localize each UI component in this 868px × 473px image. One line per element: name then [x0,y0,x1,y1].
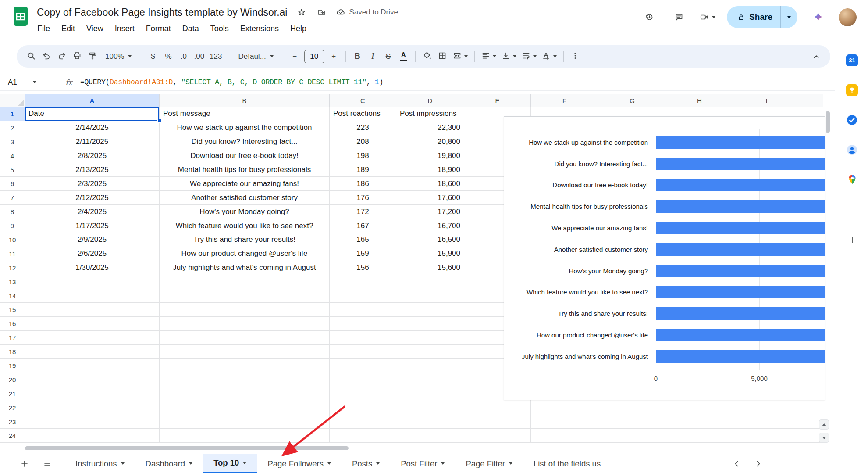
column-header-F[interactable]: F [531,94,598,107]
cell-D16[interactable] [396,317,464,331]
cell-D5[interactable]: 18,900 [396,163,464,177]
cell-A4[interactable]: 2/8/2025 [25,149,160,163]
cell-B21[interactable] [160,387,330,401]
cell-D24[interactable] [396,429,464,443]
cell-A2[interactable]: 2/14/2025 [25,121,160,135]
cell-A20[interactable] [25,373,160,387]
cell-A24[interactable] [25,429,160,443]
row-header-17[interactable]: 17 [0,331,25,345]
cell-E24[interactable] [464,429,531,443]
tab-page-filter[interactable]: Page Filter [455,454,523,473]
cell-C6[interactable]: 186 [330,177,396,191]
cell-D2[interactable]: 22,300 [396,121,464,135]
row-header-3[interactable]: 3 [0,135,25,149]
cell-A19[interactable] [25,359,160,373]
keep-icon[interactable] [846,83,859,97]
cell-A23[interactable] [25,415,160,429]
cell-B9[interactable]: Which feature would you like to see next… [160,219,330,233]
cell-D19[interactable] [396,359,464,373]
embedded-bar-chart[interactable]: How we stack up against the competitionD… [504,116,825,400]
decrease-font-size-button[interactable]: − [288,49,302,64]
text-color-button[interactable]: A [396,49,411,64]
text-rotation-button[interactable] [540,49,559,64]
more-toolbar-options-button[interactable] [568,49,583,64]
paint-format-button[interactable] [85,49,100,64]
cell-B16[interactable] [160,317,330,331]
more-formats-button[interactable]: 123 [207,49,224,64]
scroll-up-button[interactable] [819,419,829,430]
column-header-C[interactable]: C [330,94,396,107]
cell-C14[interactable] [330,289,396,303]
collapse-toolbar-button[interactable] [809,49,823,64]
cell-D6[interactable]: 18,600 [396,177,464,191]
column-header-A[interactable]: A [25,94,160,107]
cell-C17[interactable] [330,331,396,345]
cell-A13[interactable] [25,275,160,289]
cell-H24[interactable] [666,429,733,443]
horizontal-align-button[interactable] [479,49,498,64]
bold-button[interactable]: B [350,49,365,64]
cell-D9[interactable]: 16,700 [396,219,464,233]
fill-color-button[interactable] [420,49,434,64]
cell-D12[interactable]: 15,600 [396,261,464,275]
cell-A18[interactable] [25,345,160,359]
column-header-H[interactable]: H [666,94,733,107]
menu-format[interactable]: Format [140,22,177,36]
cell-B14[interactable] [160,289,330,303]
cell-D17[interactable] [396,331,464,345]
redo-button[interactable] [54,49,69,64]
print-button[interactable] [70,49,84,64]
cell-B5[interactable]: Mental health tips for busy professional… [160,163,330,177]
menu-view[interactable]: View [81,22,109,36]
cell-D14[interactable] [396,289,464,303]
cell-D22[interactable] [396,401,464,415]
merge-cells-button[interactable] [451,49,470,64]
column-header-I[interactable]: I [733,94,800,107]
cell-C4[interactable]: 198 [330,149,396,163]
all-sheets-button[interactable] [40,457,54,471]
cell-A8[interactable]: 2/4/2025 [25,205,160,219]
row-header-20[interactable]: 20 [0,373,25,387]
undo-button[interactable] [39,49,53,64]
row-header-4[interactable]: 4 [0,149,25,163]
row-header-13[interactable]: 13 [0,275,25,289]
scroll-tabs-left-button[interactable] [733,459,741,468]
cell-B19[interactable] [160,359,330,373]
select-all-corner[interactable] [0,94,25,107]
cell-E22[interactable] [464,401,531,415]
cell-C12[interactable]: 156 [330,261,396,275]
column-header-B[interactable]: B [160,94,330,107]
cell-J22[interactable] [800,401,823,415]
cell-C10[interactable]: 165 [330,233,396,247]
move-folder-icon[interactable] [316,7,327,18]
cell-C5[interactable]: 189 [330,163,396,177]
cell-H22[interactable] [666,401,733,415]
row-header-2[interactable]: 2 [0,121,25,135]
cell-C15[interactable] [330,303,396,317]
search-button[interactable] [24,49,38,64]
menu-file[interactable]: File [32,22,56,36]
tab-dashboard[interactable]: Dashboard [135,454,203,473]
cell-C8[interactable]: 172 [330,205,396,219]
cell-B1[interactable]: Post message [160,107,330,121]
cell-D3[interactable]: 20,800 [396,135,464,149]
cell-A1[interactable]: Date [25,107,160,121]
cell-A5[interactable]: 2/13/2025 [25,163,160,177]
cell-D7[interactable]: 17,600 [396,191,464,205]
cell-B7[interactable]: Another satisfied customer story [160,191,330,205]
scroll-down-button[interactable] [819,433,829,443]
row-header-8[interactable]: 8 [0,205,25,219]
document-title[interactable]: Copy of Facebook Page Insights template … [37,7,287,18]
tab-instructions[interactable]: Instructions [65,454,135,473]
cell-C19[interactable] [330,359,396,373]
comments-icon[interactable] [670,8,688,26]
text-wrap-button[interactable] [519,49,539,64]
cell-C7[interactable]: 176 [330,191,396,205]
cell-C16[interactable] [330,317,396,331]
cell-D21[interactable] [396,387,464,401]
cell-D18[interactable] [396,345,464,359]
row-header-7[interactable]: 7 [0,191,25,205]
row-header-21[interactable]: 21 [0,387,25,401]
cell-A9[interactable]: 1/17/2025 [25,219,160,233]
cell-C23[interactable] [330,415,396,429]
